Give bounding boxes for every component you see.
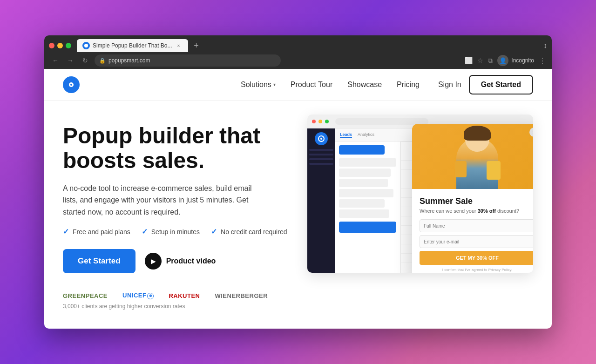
lock-icon: 🔒 [99, 58, 106, 64]
popup-girl-illustration [449, 124, 505, 189]
minimize-button[interactable] [57, 43, 63, 48]
clients-section: GREENPEACE unicef⊕ Rakuten wienerberger … [63, 292, 298, 310]
mockup-tab-leads: Leads [340, 132, 352, 138]
rakuten-logo: Rakuten [169, 292, 200, 299]
product-tour-nav-link[interactable]: Product Tour [291, 81, 332, 89]
popup-modal: × [412, 124, 533, 273]
hero-subtitle: A no-code tool to increase e-commerce sa… [63, 182, 268, 218]
tab-stack-icon[interactable]: ⧉ [488, 57, 493, 65]
address-bar-right: ⬜ ☆ ⧉ 👤 Incognito ⋮ [465, 55, 546, 66]
check-icon-1: ✓ [63, 227, 69, 236]
incognito-icon: 👤 [497, 55, 508, 66]
feature-free-plans-label: Free and paid plans [73, 228, 130, 236]
profile-button[interactable]: 👤 Incognito [497, 55, 534, 66]
feature-no-cc: ✓ No credit card required [211, 227, 287, 236]
close-button[interactable] [49, 43, 54, 48]
product-video-label: Product video [166, 257, 216, 265]
tab-close-icon[interactable]: × [175, 42, 183, 49]
clients-count-text: 3,000+ clients are getting higher conver… [63, 303, 298, 310]
mockup-tabs: Leads Analytics [340, 132, 374, 138]
svg-point-3 [70, 84, 72, 86]
website-content: Solutions Product Tour Showcase Pricing … [44, 69, 552, 329]
mockup-max-dot [325, 120, 329, 123]
tab-bar: Simple Popup Builder That Bo... × + ↕ [44, 35, 552, 52]
address-bar: ← → ↻ 🔒 popupsmart.com ⬜ ☆ ⧉ 👤 Incognito… [44, 52, 552, 69]
browser-chrome: Simple Popup Builder That Bo... × + ↕ ← … [44, 35, 552, 69]
mockup-sidebar-item [309, 154, 333, 155]
get-started-hero-button[interactable]: Get Started [63, 249, 135, 273]
nav-links: Solutions Product Tour Showcase Pricing [241, 81, 420, 89]
mockup-sidebar-item [309, 149, 333, 151]
maximize-button[interactable] [66, 43, 71, 48]
wienerberger-logo: wienerberger [215, 292, 268, 299]
hero-features: ✓ Free and paid plans ✓ Setup in minutes… [63, 227, 298, 236]
url-text: popupsmart.com [108, 57, 150, 64]
popup-subtitle-post: discount? [496, 208, 519, 214]
mockup-sidebar-logo [315, 132, 328, 145]
greenpeace-logo: GREENPEACE [63, 292, 108, 299]
popup-subtitle-pre: Where can we send your [420, 208, 478, 214]
hero-section: Popup builder that boosts sales. A no-co… [44, 101, 552, 329]
tab-end-controls: ↕ [543, 41, 547, 50]
traffic-lights [49, 43, 71, 48]
menu-icon[interactable]: ⋮ [539, 56, 546, 65]
refresh-button[interactable]: ↻ [80, 55, 91, 66]
navigation: Solutions Product Tour Showcase Pricing … [44, 69, 552, 101]
popup-title: Summer Sale [420, 196, 533, 206]
url-input[interactable]: 🔒 popupsmart.com [95, 54, 281, 67]
mockup-close-dot [312, 120, 316, 123]
feature-no-cc-label: No credit card required [221, 228, 287, 236]
client-logos: GREENPEACE unicef⊕ Rakuten wienerberger [63, 292, 298, 299]
mockup-sidebar-item [309, 163, 333, 165]
tab-favicon [82, 42, 90, 49]
sign-in-button[interactable]: Sign In [438, 81, 461, 89]
mockup-sidebar [307, 128, 335, 273]
popup-discount: 30% off [478, 208, 496, 214]
feature-setup: ✓ Setup in minutes [142, 227, 200, 236]
feature-free-plans: ✓ Free and paid plans [63, 227, 130, 236]
logo-icon [63, 76, 80, 93]
popup-subtitle: Where can we send your 30% off discount? [420, 208, 533, 214]
hero-title: Popup builder that boosts sales. [63, 124, 298, 173]
logo[interactable] [63, 76, 80, 93]
check-icon-2: ✓ [142, 227, 148, 236]
popup-email-input[interactable] [420, 235, 533, 248]
incognito-label: Incognito [511, 57, 534, 64]
mockup-min-dot [318, 120, 322, 123]
back-button[interactable]: ← [50, 55, 61, 66]
svg-point-0 [84, 44, 88, 47]
unicef-logo: unicef⊕ [122, 292, 154, 299]
bookmark-icon[interactable]: ☆ [477, 57, 483, 64]
mockup-browser: Leads Analytics [307, 115, 533, 273]
check-icon-3: ✓ [211, 227, 217, 236]
tab-title: Simple Popup Builder That Bo... [93, 42, 172, 49]
unicef-circle-icon: ⊕ [147, 293, 154, 299]
popup-cta-button[interactable]: GET MY 30% OFF [420, 251, 533, 265]
svg-point-5 [320, 138, 322, 140]
active-tab[interactable]: Simple Popup Builder That Bo... × [77, 39, 188, 52]
mockup-add-btn [339, 222, 396, 233]
mockup-tab-analytics: Analytics [358, 132, 374, 138]
pricing-nav-link[interactable]: Pricing [397, 81, 420, 89]
cast-icon: ⬜ [465, 57, 473, 64]
hero-right: Leads Analytics [307, 115, 533, 273]
hero-left: Popup builder that boosts sales. A no-co… [63, 115, 298, 310]
showcase-nav-link[interactable]: Showcase [347, 81, 382, 89]
feature-setup-label: Setup in minutes [151, 228, 200, 236]
nav-actions: Sign In Get Started [438, 75, 533, 94]
hero-cta: Get Started ▶ Product video [63, 249, 298, 273]
new-tab-button[interactable]: + [190, 39, 203, 52]
product-video-button[interactable]: ▶ Product video [145, 253, 216, 270]
forward-button[interactable]: → [65, 55, 76, 66]
popup-name-input[interactable] [420, 219, 533, 232]
play-icon: ▶ [145, 253, 162, 270]
get-started-nav-button[interactable]: Get Started [469, 75, 533, 94]
browser-window: Simple Popup Builder That Bo... × + ↕ ← … [44, 35, 552, 329]
popup-form: Summer Sale Where can we send your 30% o… [412, 189, 533, 273]
mockup-panel [335, 142, 400, 273]
popup-policy-text: I confirm that I've agreed to Privacy Po… [420, 268, 533, 272]
popup-image [412, 124, 533, 189]
solutions-nav-link[interactable]: Solutions [241, 81, 276, 89]
mockup-sidebar-item [309, 158, 333, 160]
